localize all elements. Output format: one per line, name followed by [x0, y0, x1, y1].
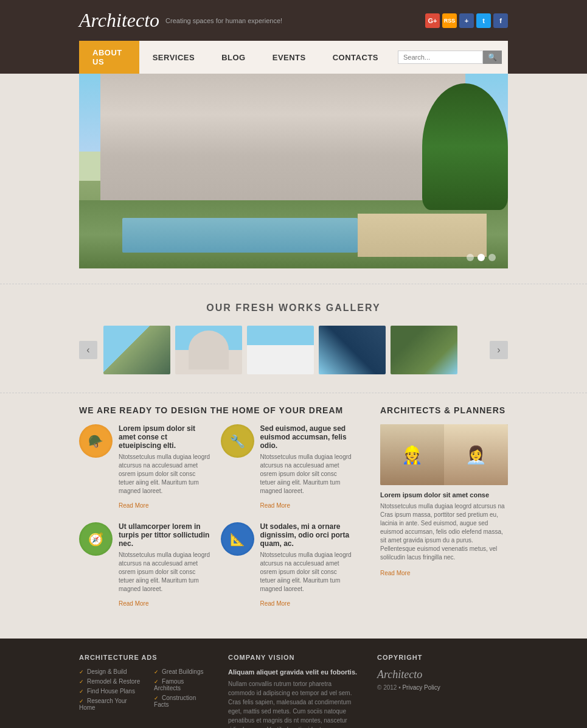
feature-content-1: Lorem ipsum dolor sit amet conse ct etue…: [119, 424, 212, 510]
hero-pool: [122, 218, 358, 253]
nav-item-contacts[interactable]: CONTACTS: [319, 46, 392, 69]
gallery-item-1[interactable]: [103, 326, 170, 374]
arch-person-2: 👩‍💼: [444, 424, 508, 485]
feature-item-4-inner: 📐 Ut sodales, mi a ornare dignissim, odi…: [221, 522, 353, 608]
read-more-4[interactable]: Read More: [260, 600, 290, 607]
feature-item-2-inner: 🔧 Sed euismod, augue sed euismod accumsa…: [221, 424, 353, 510]
rss-icon[interactable]: RSS: [442, 13, 457, 28]
header: Architecto Creating spaces for human exp…: [0, 0, 587, 41]
feature-item-2: 🔧 Sed euismod, augue sed euismod accumsa…: [221, 424, 363, 522]
footer: ARCHITECTURE ADS Design & Build Remodel …: [0, 639, 587, 728]
feature-title-1: Lorem ipsum dolor sit amet conse ct etue…: [119, 424, 212, 450]
left-col-title: WE ARE READY TO DESIGN THE HOME OF YOUR …: [79, 405, 362, 415]
footer-link-buildings[interactable]: Great Buildings: [154, 668, 210, 675]
social-icons: G+ RSS + t f: [425, 13, 508, 28]
architects-image: 👷 👩‍💼: [380, 424, 508, 485]
gallery-next-button[interactable]: ›: [490, 341, 508, 359]
facebook-icon[interactable]: f: [493, 13, 508, 28]
arch-read-more[interactable]: Read More: [380, 570, 410, 576]
footer-link-plans[interactable]: Find House Plans: [79, 688, 142, 695]
main-content: OUR FRESH WORKS GALLERY ‹ › WE ARE READY…: [0, 74, 587, 639]
search-input[interactable]: [398, 51, 483, 64]
gallery-wrapper: ‹ ›: [79, 326, 508, 374]
nav-item-events[interactable]: EVENTS: [259, 46, 319, 69]
feature-title-2: Sed euismod, augue sed euismod accumsan,…: [260, 424, 353, 450]
content-section: WE ARE READY TO DESIGN THE HOME OF YOUR …: [79, 393, 508, 639]
search-button[interactable]: 🔍: [483, 51, 502, 64]
hero-deck: [358, 214, 487, 256]
hero-image: [79, 74, 508, 268]
google-plus-icon[interactable]: G+: [425, 13, 440, 28]
gallery-item-2[interactable]: [175, 326, 242, 374]
arch-img-inner: 👷 👩‍💼: [380, 424, 508, 485]
gallery-item-3[interactable]: [247, 326, 314, 374]
footer-link-architects[interactable]: Famous Architects: [154, 678, 210, 691]
footer-link-construction[interactable]: Construction Facts: [154, 695, 210, 708]
gallery-prev-button[interactable]: ‹: [79, 341, 97, 359]
hero-trees: [422, 83, 508, 210]
feature-content-2: Sed euismod, augue sed euismod accumsan,…: [260, 424, 353, 510]
footer-link-design[interactable]: Design & Build: [79, 668, 142, 675]
feature-content-4: Ut sodales, mi a ornare dignissim, odio …: [260, 522, 353, 608]
feature-item-4: 📐 Ut sodales, mi a ornare dignissim, odi…: [221, 522, 363, 620]
twitter-icon[interactable]: t: [476, 13, 491, 28]
footer-link-research[interactable]: Research Your Home: [79, 698, 142, 711]
hero-banner: [79, 74, 508, 268]
nav-item-services[interactable]: SERVICES: [139, 46, 209, 69]
feature-content-3: Ut ullamcorper lorem in turpis per titto…: [119, 522, 212, 608]
feature-text-3: Ntotssetculus mulla dugiaa leogrd atcurs…: [119, 551, 212, 593]
tools-icon: 🔧: [221, 424, 254, 458]
hero-dots: [467, 254, 496, 261]
helmet-icon: 🪖: [79, 424, 113, 458]
navbar: ABOUT US SERVICES BLOG EVENTS CONTACTS 🔍: [79, 41, 508, 74]
gallery-section: OUR FRESH WORKS GALLERY ‹ ›: [79, 284, 508, 393]
feature-title-4: Ut sodales, mi a ornare dignissim, odio …: [260, 522, 353, 548]
feature-title-3: Ut ullamcorper lorem in turpis per titto…: [119, 522, 212, 548]
arch-desc-title: Lorem ipsum dolor sit amet conse: [380, 491, 508, 499]
logo-area: Architecto Creating spaces for human exp…: [79, 9, 282, 32]
compass-icon: 🧭: [79, 522, 113, 556]
tagline: Creating spaces for human experience!: [165, 17, 282, 24]
feature-text-1: Ntotssetculus mulla dugiaa leogrd atcurs…: [119, 453, 212, 495]
hero-dot-2[interactable]: [478, 254, 485, 261]
footer-arch-ads: ARCHITECTURE ADS Design & Build Remodel …: [79, 654, 210, 728]
footer-vision-highlight: Aliquam aliquet gravida velit eu foborti…: [228, 668, 359, 676]
feature-text-4: Ntotssetculus mulla dugiaa leogrd atcurs…: [260, 551, 353, 593]
hero-dot-3[interactable]: [488, 254, 496, 261]
copyright-year: © 2012 •: [377, 684, 401, 691]
arch-desc-text: Ntotssetculus mulla dugiaa leogrd atcurs…: [380, 502, 508, 562]
arch-person-1: 👷: [380, 424, 444, 485]
logo: Architecto: [79, 9, 159, 32]
nav-item-about[interactable]: ABOUT US: [79, 41, 139, 74]
plus-icon[interactable]: +: [459, 13, 474, 28]
footer-vision-title: COMPANY VISION: [228, 654, 359, 661]
footer-company-vision: COMPANY VISION Aliquam aliquet gravida v…: [228, 654, 359, 728]
read-more-3[interactable]: Read More: [119, 600, 148, 607]
footer-copyright: COPYRIGHT Architecto © 2012 • Privacy Po…: [377, 654, 508, 728]
footer-link-remodel[interactable]: Remodel & Restore: [79, 678, 142, 685]
gallery-item-4[interactable]: [319, 326, 386, 374]
footer-copy-text: © 2012 • Privacy Policy: [377, 684, 508, 691]
feature-grid: 🪖 Lorem ipsum dolor sit amet conse ct et…: [79, 424, 362, 620]
feature-item-3: 🧭 Ut ullamcorper lorem in turpis per tit…: [79, 522, 221, 620]
feature-item-1-inner: 🪖 Lorem ipsum dolor sit amet conse ct et…: [79, 424, 212, 510]
gallery-items: [103, 326, 484, 374]
nav-item-blog[interactable]: BLOG: [208, 46, 259, 69]
right-col-title: ARCHITECTS & PLANNERS: [380, 405, 508, 415]
blueprint-icon: 📐: [221, 522, 254, 556]
privacy-policy-link[interactable]: Privacy Policy: [402, 684, 440, 691]
footer-arch-ads-col2: Great Buildings Famous Architects Constr…: [154, 668, 210, 714]
read-more-2[interactable]: Read More: [260, 502, 290, 509]
feature-text-2: Ntotssetculus mulla dugiaa leogrd atcurs…: [260, 453, 353, 495]
hero-dot-1[interactable]: [467, 254, 474, 261]
footer-logo: Architecto: [377, 668, 508, 681]
read-more-1[interactable]: Read More: [119, 502, 148, 509]
gallery-item-5[interactable]: [391, 326, 457, 374]
search-area: 🔍: [392, 46, 508, 69]
feature-item-3-inner: 🧭 Ut ullamcorper lorem in turpis per tit…: [79, 522, 212, 608]
footer-arch-ads-col1: Design & Build Remodel & Restore Find Ho…: [79, 668, 142, 714]
gallery-title: OUR FRESH WORKS GALLERY: [79, 303, 508, 313]
footer-vision-text: Nullam convallis rutrum tortor pharetra …: [228, 679, 359, 728]
left-column: WE ARE READY TO DESIGN THE HOME OF YOUR …: [79, 405, 362, 620]
footer-arch-ads-title: ARCHITECTURE ADS: [79, 654, 210, 661]
